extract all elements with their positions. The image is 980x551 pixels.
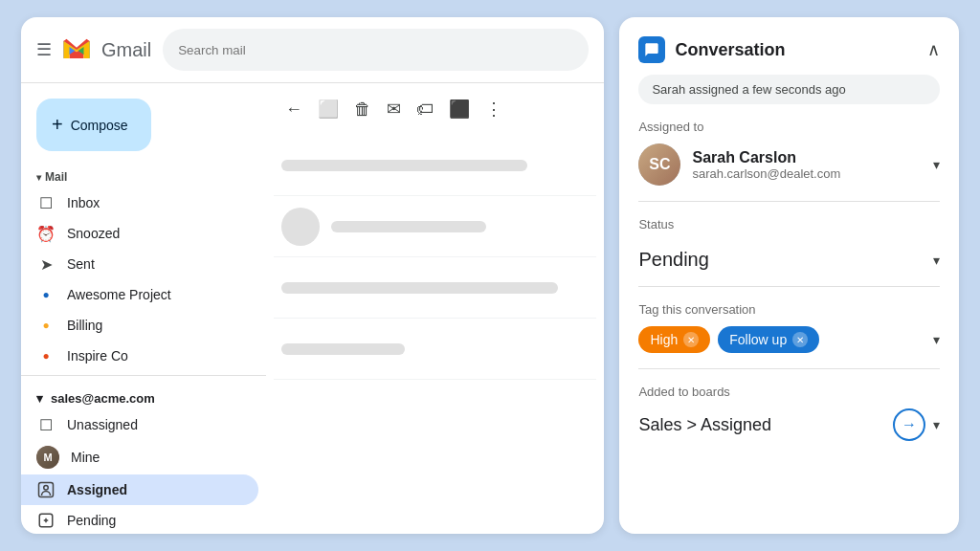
sidebar-item-mine[interactable]: M Mine	[21, 440, 258, 474]
gmail-body: + Compose ▾ Mail ☐ Inbox ⏰ Snoozed ➤	[21, 83, 604, 534]
tags-row: High ✕ Follow up ✕ ▾	[638, 326, 940, 353]
compose-plus-icon: +	[52, 114, 63, 136]
shared-inbox-email: sales@acme.com	[51, 391, 155, 406]
shared-inbox-section: ▾ sales@acme.com ☐ Unassigned M Mine	[21, 380, 266, 534]
pending-icon	[36, 511, 56, 530]
assigned-to-label: Assigned to	[638, 120, 940, 134]
tag-follow-up-remove-button[interactable]: ✕	[792, 332, 808, 347]
collapse-button[interactable]: ∧	[927, 39, 940, 60]
conversation-panel: Conversation ∧ Sarah assigned a few seco…	[619, 17, 959, 534]
assignee-info: Sarah Carslon sarah.carlson@dealet.com	[692, 149, 922, 181]
email-row-2[interactable]	[274, 196, 596, 257]
shared-inbox-header[interactable]: ▾ sales@acme.com	[21, 387, 266, 409]
email-list-area: ← ⬜ 🗑 ✉ 🏷 ⬛ ⋮	[266, 83, 604, 534]
sidebar-item-assigned[interactable]: Assigned	[21, 474, 258, 505]
compose-button[interactable]: + Compose	[36, 99, 151, 151]
sent-icon: ➤	[36, 254, 56, 274]
sidebar-item-sent[interactable]: ➤ Sent	[21, 249, 258, 279]
mine-face: M	[36, 446, 59, 469]
sidebar-item-label: Snoozed	[67, 226, 120, 241]
status-section: Status Pending ▾	[638, 217, 940, 287]
sidebar-item-label: Billing	[67, 318, 102, 333]
boards-row: Sales > Assigned → ▾	[638, 408, 940, 441]
boards-section: Added to boards Sales > Assigned → ▾	[638, 385, 940, 449]
shared-inbox-arrow-icon: ▾	[36, 391, 43, 406]
conversation-assignee: SC Sarah Carslon sarah.carlson@dealet.co…	[638, 143, 940, 202]
hamburger-icon[interactable]: ☰	[36, 39, 52, 60]
status-dropdown-arrow-icon: ▾	[933, 253, 940, 268]
more-button[interactable]: ⋮	[481, 95, 506, 123]
move-button[interactable]: ⬛	[445, 95, 474, 123]
sidebar-item-label: Unassigned	[67, 417, 138, 432]
mail-arrow-icon: ▾	[36, 172, 41, 183]
assignee-avatar: SC	[638, 143, 680, 186]
status-dropdown[interactable]: Pending ▾	[638, 241, 940, 271]
conversation-notification: Sarah assigned a few seconds ago	[638, 75, 940, 104]
boards-dropdown-arrow-icon: ▾	[933, 417, 940, 432]
sidebar-divider	[21, 375, 266, 376]
assigned-icon	[36, 480, 56, 499]
gmail-title: Gmail	[101, 39, 151, 61]
tag-high-label: High	[650, 332, 678, 347]
skel-line	[281, 160, 527, 171]
back-button[interactable]: ←	[281, 96, 306, 123]
email-skeleton-lines	[281, 160, 589, 171]
sidebar-item-label: Pending	[67, 513, 116, 528]
delete-button[interactable]: 🗑	[350, 96, 375, 123]
tag-follow-up-label: Follow up	[729, 332, 787, 347]
conversation-header: Conversation ∧	[638, 36, 940, 63]
email-toolbar: ← ⬜ 🗑 ✉ 🏷 ⬛ ⋮	[274, 91, 596, 135]
snooze-button[interactable]: 🏷	[412, 96, 437, 123]
tag-high: High ✕	[638, 326, 710, 353]
conversation-icon	[638, 36, 665, 63]
sidebar-item-pending[interactable]: Pending	[21, 505, 258, 534]
assignee-dropdown-button[interactable]: ▾	[933, 157, 940, 172]
email-skeleton-lines	[281, 343, 589, 355]
sidebar-item-billing[interactable]: ● Billing	[21, 310, 258, 341]
boards-label: Added to boards	[638, 385, 940, 399]
gmail-logo-area: ☰ Gmail	[36, 33, 151, 67]
sidebar-item-label: Mine	[71, 450, 100, 465]
sidebar-item-snoozed[interactable]: ⏰ Snoozed	[21, 218, 258, 249]
skel-line	[331, 221, 486, 232]
tags-section: Tag this conversation High ✕ Follow up ✕…	[638, 302, 940, 369]
sidebar-item-unassigned[interactable]: ☐ Unassigned	[21, 409, 258, 440]
skel-avatar	[281, 208, 320, 246]
sidebar-item-label: Inbox	[67, 195, 100, 210]
archive-button[interactable]: ⬜	[314, 95, 343, 123]
inspire-co-icon: ●	[36, 346, 56, 365]
sidebar-item-label: Inspire Co	[67, 348, 128, 364]
tag-high-remove-button[interactable]: ✕	[683, 332, 699, 347]
sidebar-item-inspire-co[interactable]: ● Inspire Co	[21, 341, 258, 371]
gmail-logo-icon	[59, 33, 94, 67]
awesome-project-icon: ●	[36, 285, 56, 304]
tag-follow-up: Follow up ✕	[718, 326, 819, 353]
boards-goto-button[interactable]: →	[893, 408, 925, 441]
compose-label: Compose	[71, 118, 128, 133]
skel-line	[281, 282, 558, 294]
boards-actions: → ▾	[893, 408, 940, 441]
conversation-title: Conversation	[675, 40, 785, 60]
skel-line	[281, 343, 405, 355]
sidebar-item-awesome-project[interactable]: ● Awesome Project	[21, 279, 258, 310]
billing-icon: ●	[36, 316, 56, 335]
email-row-1[interactable]	[274, 135, 596, 196]
email-row-4[interactable]	[274, 319, 596, 380]
gmail-panel: ☰ Gmail	[21, 17, 604, 534]
sidebar-item-inbox[interactable]: ☐ Inbox	[21, 187, 258, 218]
mark-unread-button[interactable]: ✉	[383, 95, 405, 123]
inbox-icon: ☐	[36, 193, 56, 212]
conversation-title-area: Conversation	[638, 36, 785, 63]
sidebar: + Compose ▾ Mail ☐ Inbox ⏰ Snoozed ➤	[21, 83, 266, 534]
email-row-3[interactable]	[274, 257, 596, 319]
search-input[interactable]	[163, 29, 589, 71]
sidebar-item-label: Sent	[67, 256, 95, 272]
svg-point-6	[44, 486, 49, 491]
tags-label: Tag this conversation	[638, 302, 940, 317]
email-skeleton-lines	[331, 221, 589, 232]
tags-dropdown-button[interactable]: ▾	[933, 332, 940, 347]
email-skeleton-lines	[281, 282, 589, 294]
unassigned-icon: ☐	[36, 415, 56, 434]
status-label: Status	[638, 217, 940, 231]
gmail-header: ☰ Gmail	[21, 17, 604, 83]
